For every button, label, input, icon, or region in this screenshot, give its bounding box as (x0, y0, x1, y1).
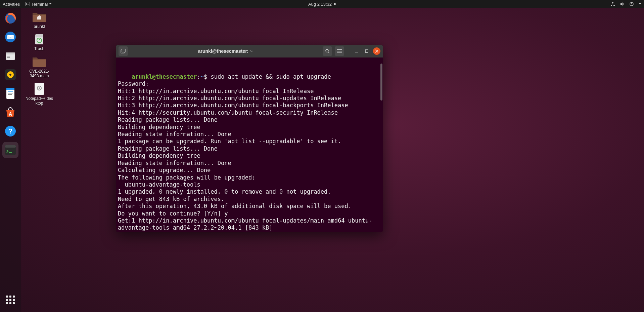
gnome-topbar: Activities Terminal Aug 2 13:32 (0, 0, 644, 8)
svg-rect-39 (365, 50, 368, 52)
svg-rect-17 (8, 91, 13, 92)
clock[interactable]: Aug 2 13:32 (308, 2, 336, 7)
maximize-icon (365, 49, 368, 53)
volume-icon (620, 2, 625, 6)
dock-rhythmbox[interactable] (2, 67, 18, 83)
file-icon (33, 82, 45, 95)
search-button[interactable] (323, 46, 332, 56)
app-menu-label: Terminal (31, 2, 48, 7)
svg-rect-26 (35, 34, 43, 37)
close-button[interactable] (373, 47, 380, 55)
icon-label: CVE-2021-3493-main (25, 69, 54, 79)
svg-rect-10 (7, 56, 10, 56)
svg-point-33 (326, 49, 328, 52)
prompt-path: ~ (200, 73, 204, 80)
svg-text:A: A (9, 111, 12, 117)
svg-line-34 (328, 52, 329, 53)
svg-rect-16 (6, 88, 14, 90)
folder-home-icon (32, 11, 47, 23)
dock-libreoffice[interactable] (2, 85, 18, 102)
svg-rect-32 (122, 49, 126, 52)
new-tab-button[interactable] (119, 46, 128, 56)
dock: A ? (0, 8, 21, 312)
show-applications[interactable] (2, 292, 18, 308)
svg-rect-24 (5, 145, 16, 148)
svg-point-30 (39, 87, 40, 89)
writer-icon (4, 87, 17, 100)
folder-icon (32, 55, 47, 68)
grid-icon (6, 296, 15, 304)
search-icon (325, 49, 330, 53)
terminal-icon (25, 2, 30, 6)
dock-software[interactable]: A (2, 104, 18, 120)
dock-firefox[interactable] (2, 10, 18, 26)
svg-rect-0 (25, 2, 30, 6)
power-icon (629, 2, 634, 6)
prompt-userhost: arunkl@thesecmaster (132, 73, 197, 80)
svg-text:?: ? (8, 127, 12, 135)
desktop-home-folder[interactable]: arunkl (24, 10, 54, 29)
desktop-trash[interactable]: Trash (24, 32, 54, 51)
command-text: sudo apt update && sudo apt upgrade (211, 73, 331, 80)
icon-label: Trash (34, 46, 44, 51)
titlebar[interactable]: arunkl@thesecmaster: ~ (116, 45, 383, 57)
desktop-folder-cve[interactable]: CVE-2021-3493-main (24, 55, 54, 79)
status-area[interactable] (610, 2, 641, 6)
minimize-button[interactable] (353, 47, 360, 55)
svg-rect-9 (6, 52, 15, 54)
scrollbar[interactable] (380, 64, 382, 101)
dock-thunderbird[interactable] (2, 29, 18, 45)
svg-rect-19 (8, 94, 12, 95)
activities-button[interactable]: Activities (3, 2, 20, 7)
software-icon: A (4, 106, 17, 119)
firefox-icon (4, 11, 17, 25)
tab-plus-icon (121, 49, 126, 53)
trash-icon (33, 32, 46, 46)
svg-point-1 (612, 2, 613, 3)
help-icon: ? (4, 124, 17, 138)
app-menu[interactable]: Terminal (25, 2, 52, 7)
svg-rect-11 (7, 57, 10, 58)
desktop-file-notepad[interactable]: Notepad++.desktop (24, 82, 54, 106)
dock-help[interactable]: ? (2, 123, 18, 139)
close-icon (375, 49, 378, 53)
svg-rect-18 (8, 93, 13, 93)
chevron-down-icon (49, 3, 52, 5)
svg-point-14 (9, 74, 11, 76)
hamburger-icon (337, 49, 342, 53)
files-icon (4, 49, 17, 63)
menu-button[interactable] (335, 46, 344, 56)
minimize-icon (355, 49, 358, 53)
dock-files[interactable] (2, 48, 18, 64)
maximize-button[interactable] (363, 47, 370, 55)
network-icon (610, 2, 615, 6)
chevron-down-icon (639, 3, 641, 5)
window-title: arunkl@thesecmaster: ~ (131, 48, 320, 54)
music-icon (4, 68, 17, 81)
dock-terminal[interactable] (2, 142, 18, 158)
terminal-icon (4, 143, 17, 157)
terminal-output: Password: Hit:1 http://in.archive.ubuntu… (118, 80, 381, 232)
terminal-content[interactable]: arunkl@thesecmaster:~$ sudo apt update &… (116, 57, 383, 232)
icon-label: arunkl (34, 24, 45, 29)
thunderbird-icon (4, 30, 17, 44)
desktop-icons: arunkl Trash CVE-2021-3493-main Notepad+… (24, 10, 54, 106)
icon-label: Notepad++.desktop (25, 96, 54, 106)
terminal-window: arunkl@thesecmaster: ~ arunkl@thesecmast… (116, 45, 383, 232)
dnd-dot-icon (334, 3, 336, 5)
